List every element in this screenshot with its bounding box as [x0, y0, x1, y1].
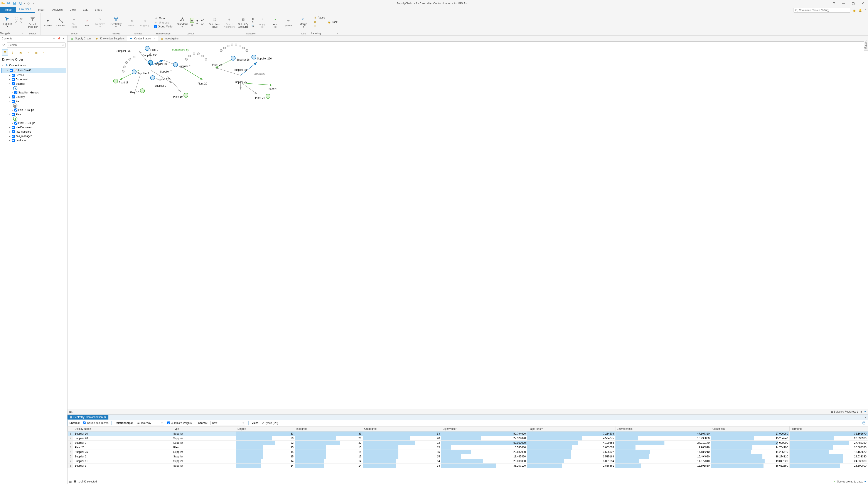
help-icon[interactable]: ?	[830, 1, 838, 6]
entities-ungroup-button[interactable]: ◎Ungroup	[139, 17, 150, 27]
remove-button[interactable]: ✕Remove▾	[94, 16, 106, 29]
expand-button[interactable]: ✺Expand	[42, 17, 54, 27]
find-paths-button[interactable]: ⇝Find Paths	[68, 16, 80, 29]
quick-access-toolbar: ▾ ▾	[1, 1, 35, 5]
font-increase-icon[interactable]: A˄	[201, 19, 205, 22]
svg-line-6	[60, 20, 62, 22]
open-project-icon[interactable]	[1, 1, 5, 5]
select-settings-icon[interactable]: ⚙	[251, 21, 255, 24]
standard-layout-button[interactable]: Standard▾	[176, 16, 189, 29]
entities-group-button[interactable]: ◉Group	[126, 17, 137, 27]
group-selection-label: Selection	[207, 32, 296, 35]
group-relationships-label: Relationships	[152, 32, 174, 35]
tab-insert[interactable]: Insert	[35, 7, 49, 12]
full-extent-icon[interactable]: ⛶	[15, 17, 18, 20]
notifications-icon[interactable]: 🔔	[859, 9, 862, 12]
svg-line-10	[115, 18, 116, 19]
connect-button[interactable]: Connect	[55, 17, 67, 27]
tab-analysis[interactable]: Analysis	[49, 7, 66, 12]
qat-dropdown-2[interactable]: ▾	[33, 2, 35, 5]
select-by-attributes-button[interactable]: ▤Select By Attributes	[237, 16, 249, 29]
minimize-button[interactable]: —	[839, 1, 848, 6]
search-and-filter-button[interactable]: Search and Filter	[27, 16, 38, 29]
prev-extent-icon[interactable]: ←	[15, 24, 18, 27]
apply-to-button[interactable]: ↴Apply To	[257, 16, 268, 29]
navigate-launcher[interactable]: ↘	[21, 32, 24, 35]
svg-line-11	[116, 18, 117, 19]
select-and-move-button[interactable]: ⬚Select and Move	[208, 16, 221, 29]
svg-point-13	[181, 20, 181, 21]
tab-view[interactable]: View	[66, 7, 79, 12]
explore-button[interactable]: Explore▾	[2, 16, 13, 29]
command-search[interactable]	[794, 8, 850, 12]
svg-line-16	[182, 19, 184, 20]
svg-line-15	[181, 19, 182, 20]
centrality-button[interactable]: Centrality▾	[110, 16, 123, 29]
layout-hierarchic-icon[interactable]: ▦	[190, 18, 194, 23]
ribbon-collapse-icon[interactable]: ˄	[865, 9, 866, 12]
layout-tree-icon[interactable]: Ⴤ	[196, 23, 199, 26]
redo-icon[interactable]	[27, 1, 31, 5]
next-extent-icon[interactable]: →	[20, 24, 23, 27]
fit-window-icon[interactable]: ⤡	[20, 21, 23, 24]
command-search-input[interactable]	[799, 9, 848, 12]
svg-rect-1	[14, 2, 15, 3]
zoom-nodes-icon[interactable]: ◱	[20, 17, 23, 20]
add-to-button[interactable]: ＋Add To	[270, 16, 281, 29]
group-tools-label: Tools	[296, 32, 311, 35]
layout-grid-icon[interactable]: ▦	[190, 23, 194, 26]
font-decrease-icon[interactable]: A˅	[201, 23, 205, 26]
trim-button[interactable]: ✕Trim	[82, 17, 93, 27]
group-analyze-label: Analyze	[108, 32, 124, 35]
svg-line-3	[797, 11, 798, 11]
ribbon-tab-strip: Project Link Chart Insert Analysis View …	[0, 6, 868, 12]
labeling-launcher[interactable]: ↘	[336, 32, 339, 35]
labeling-pause-button[interactable]: ⏸Pause	[313, 16, 326, 20]
tab-project[interactable]: Project	[0, 7, 16, 12]
merge-button[interactable]: ⧉Merge▾	[298, 16, 309, 29]
save-icon[interactable]	[12, 1, 17, 5]
close-button[interactable]: ✕	[859, 1, 867, 6]
svg-rect-7	[115, 19, 117, 21]
title-bar: ▾ ▾ SupplyChain_v2 - Centrality: Contami…	[0, 0, 868, 6]
svg-point-14	[183, 20, 184, 21]
labeling-lock-button[interactable]: 🔒Lock	[327, 20, 338, 24]
select-table-icon[interactable]: ▦	[251, 17, 255, 20]
svg-point-12	[182, 18, 183, 19]
tab-edit[interactable]: Edit	[79, 7, 91, 12]
select-zoom-icon[interactable]: 🔍	[251, 24, 255, 28]
group-mode-checkbox[interactable]: Group Mode	[154, 25, 173, 28]
labeling-clear-button[interactable]: ✕	[313, 20, 326, 24]
tab-link-chart[interactable]: Link Chart	[16, 6, 35, 12]
group-entities-label: Entities	[124, 32, 152, 35]
undo-icon[interactable]	[18, 1, 22, 5]
window-title: SupplyChain_v2 - Centrality: Contaminati…	[35, 2, 830, 5]
group-search-label: Search	[25, 32, 40, 35]
new-project-icon[interactable]	[6, 1, 11, 5]
group-navigate-label: Navigate	[0, 32, 10, 35]
select-neighbors-button[interactable]: ◈Select Neighbors	[223, 16, 236, 29]
fit-selection-icon[interactable]: ⤢	[15, 21, 18, 24]
signin-icon[interactable]: 🔒	[853, 9, 856, 12]
labeling-view-button[interactable]: 👁	[313, 24, 326, 28]
relationships-ungroup-button[interactable]: ⇇Ungroup	[154, 21, 173, 25]
ribbon: Explore▾ ⛶ ⤢ ← ◱ ⤡ → Navigate↘ Search an…	[0, 12, 868, 35]
group-layout-label: Layout	[175, 32, 206, 35]
group-labeling-label: Labeling	[311, 32, 321, 35]
group-scope-label: Scope	[40, 32, 108, 35]
maximize-button[interactable]: ▢	[849, 1, 858, 6]
layout-radial-icon[interactable]: ◉	[196, 19, 199, 22]
tab-share[interactable]: Share	[91, 7, 105, 12]
relationships-group-button[interactable]: ⇉Group	[154, 16, 173, 20]
qat-dropdown[interactable]: ▾	[24, 2, 26, 5]
svg-point-2	[796, 9, 797, 11]
dynamic-button[interactable]: ⟳Dynamic	[283, 17, 294, 27]
